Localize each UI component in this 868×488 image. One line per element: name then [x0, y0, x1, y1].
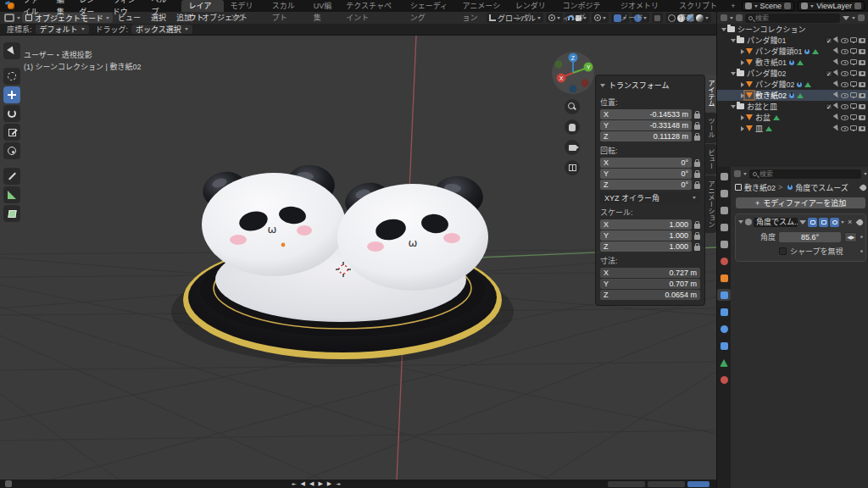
current-frame-field[interactable]: [687, 481, 709, 487]
timeline-editor-icon[interactable]: [5, 480, 12, 487]
properties-tab-particles[interactable]: [717, 306, 731, 318]
lock-icon[interactable]: [694, 184, 700, 189]
workspace-tab[interactable]: レンダリング: [509, 0, 556, 12]
properties-tab-physics[interactable]: [717, 323, 731, 335]
gizmo-z-neg-axis[interactable]: [570, 86, 577, 93]
play-button[interactable]: ▶: [318, 480, 322, 487]
properties-tab-constraints[interactable]: [717, 340, 731, 352]
jump-to-end-button[interactable]: ⯮: [336, 480, 341, 487]
expand-caret-icon[interactable]: [721, 28, 726, 31]
outliner-editor-icon[interactable]: [721, 14, 727, 21]
selectable-toggle-icon[interactable]: [833, 114, 841, 121]
visibility-toggle-icon[interactable]: [841, 93, 849, 98]
drag-setting-dropdown[interactable]: ボックス選択: [131, 25, 192, 34]
zoom-button[interactable]: [565, 99, 580, 114]
npanel-tab-アニメーション[interactable]: アニメーション: [705, 175, 716, 233]
expand-caret-icon[interactable]: [731, 72, 736, 75]
lock-icon[interactable]: [694, 235, 700, 240]
vertex-group-filter-icon[interactable]: [799, 220, 806, 225]
viewport-disable-icon[interactable]: [850, 125, 857, 130]
lock-icon[interactable]: [694, 136, 700, 141]
camera-view-button[interactable]: [565, 140, 580, 155]
properties-tab-data[interactable]: [717, 357, 731, 369]
collection-checkbox[interactable]: ✓: [826, 70, 832, 77]
axis-field[interactable]: X1.000: [600, 219, 692, 230]
properties-tab-scene[interactable]: [717, 238, 731, 250]
navigation-gizmo[interactable]: Z Y X: [551, 51, 595, 95]
outliner-row[interactable]: パンダ饅02✓: [717, 68, 868, 79]
breadcrumb-modifier[interactable]: 角度でスムーズ: [795, 182, 849, 193]
pivot-point-dropdown[interactable]: [546, 13, 563, 23]
render-toggle-icon[interactable]: [859, 60, 865, 65]
selectable-toggle-icon[interactable]: [833, 80, 841, 88]
expand-caret-icon[interactable]: [731, 39, 736, 42]
visibility-toggle-icon[interactable]: [841, 38, 849, 43]
expand-caret-icon[interactable]: [741, 115, 744, 120]
outliner-search[interactable]: [745, 14, 840, 23]
rotation-mode-dropdown[interactable]: XYZ オイラー角: [600, 192, 700, 203]
axis-field[interactable]: Z0.0654 m: [600, 290, 700, 300]
properties-tab-material[interactable]: [717, 374, 731, 385]
properties-tab-object[interactable]: [717, 272, 731, 284]
menu-ヘルプ[interactable]: ヘルプ: [145, 0, 173, 18]
selectable-toggle-icon[interactable]: [833, 58, 841, 66]
outliner-row[interactable]: 皿: [717, 123, 868, 134]
close-icon[interactable]: ×: [846, 218, 854, 226]
outliner-row[interactable]: お盆と皿✓: [717, 101, 868, 112]
play-reverse-button[interactable]: ◀: [309, 480, 314, 487]
workspace-tab[interactable]: UV編集: [307, 0, 339, 12]
add-cube-tool[interactable]: [3, 205, 20, 222]
pin-icon[interactable]: [860, 183, 868, 191]
viewport-disable-icon[interactable]: [850, 114, 857, 119]
expand-caret-icon[interactable]: [741, 60, 744, 65]
modifier-name-field[interactable]: 角度でスム...: [754, 218, 798, 227]
properties-tab-render[interactable]: [717, 187, 731, 199]
collection-checkbox[interactable]: ✓: [826, 103, 832, 110]
menu-ウィンドウ[interactable]: ウィンドウ: [107, 0, 146, 18]
rendered-shading-icon[interactable]: [696, 14, 704, 22]
axis-field[interactable]: X0.727 m: [600, 268, 700, 278]
animate-dot-icon[interactable]: [860, 236, 863, 238]
render-toggle-icon[interactable]: [859, 71, 865, 76]
axis-field[interactable]: X-0.14533 m: [600, 109, 692, 119]
breadcrumb-object[interactable]: 敷き紙02: [744, 182, 776, 193]
filter-icon[interactable]: [843, 16, 849, 20]
lock-icon[interactable]: [694, 173, 700, 178]
viewport-disable-icon[interactable]: [850, 37, 857, 42]
outliner-row[interactable]: 敷き紙02: [717, 90, 868, 101]
visibility-toggle-icon[interactable]: [841, 71, 849, 76]
outliner-row[interactable]: お盆: [717, 112, 868, 123]
prev-keyframe-button[interactable]: ◀: [301, 480, 305, 487]
proportional-editing-dropdown[interactable]: [592, 13, 609, 23]
render-toggle-icon[interactable]: [859, 115, 865, 120]
rotate-tool[interactable]: [3, 105, 20, 122]
blender-logo-icon[interactable]: [5, 2, 14, 10]
axis-field[interactable]: Z0.11128 m: [600, 131, 692, 141]
viewport-disable-icon[interactable]: [850, 103, 857, 108]
add-modifier-button[interactable]: + モディファイアーを追加: [736, 197, 865, 208]
workspace-tab[interactable]: テクスチャペイント: [339, 0, 403, 12]
render-toggle-icon[interactable]: [859, 38, 865, 43]
lock-icon[interactable]: [694, 246, 700, 251]
lock-icon[interactable]: [694, 224, 700, 229]
selectable-toggle-icon[interactable]: [833, 125, 841, 132]
visibility-toggle-icon[interactable]: [841, 126, 849, 131]
selectable-toggle-icon[interactable]: [833, 36, 841, 44]
outliner-row[interactable]: 敷き紙01: [717, 57, 868, 68]
npanel-tab-アイテム[interactable]: アイテム: [705, 75, 716, 112]
properties-search-input[interactable]: [760, 170, 858, 178]
visibility-toggle-icon[interactable]: [841, 60, 849, 65]
ignore-sharpness-checkbox[interactable]: [779, 247, 787, 255]
render-display-toggle[interactable]: [830, 218, 839, 227]
transform-tool[interactable]: [3, 142, 20, 159]
render-toggle-icon[interactable]: [859, 104, 865, 109]
properties-search[interactable]: [749, 169, 861, 179]
editmode-display-toggle[interactable]: [808, 218, 817, 227]
properties-tab-modifier[interactable]: [717, 289, 731, 301]
visibility-toggle-icon[interactable]: [841, 49, 849, 54]
perspective-toggle-button[interactable]: [565, 160, 580, 175]
axis-field[interactable]: Z1.000: [600, 241, 692, 252]
workspace-tab[interactable]: モデリング: [224, 0, 265, 12]
render-toggle-icon[interactable]: [859, 126, 865, 131]
panda-left-object[interactable]: ω: [199, 161, 346, 276]
